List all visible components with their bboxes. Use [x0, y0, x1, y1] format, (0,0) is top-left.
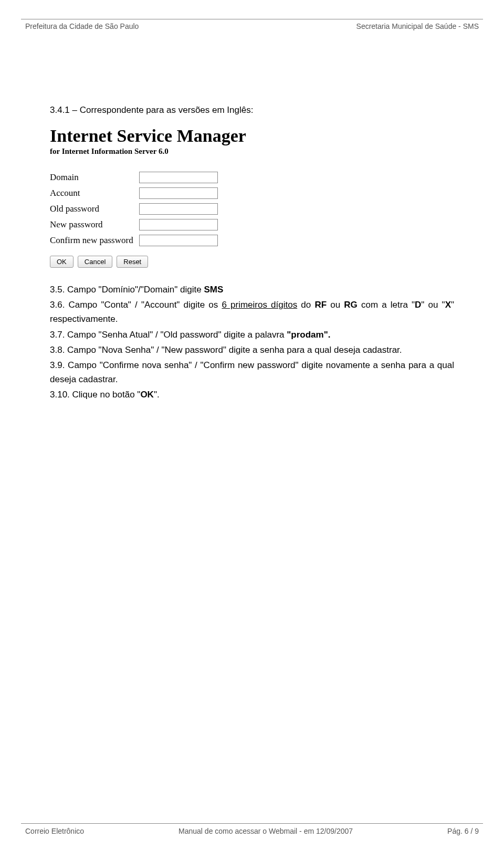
- header-right: Secretaria Municipal de Saúde - SMS: [356, 22, 479, 30]
- text: 3.5. Campo "Domínio"/"Domain" digite: [50, 285, 204, 295]
- ok-button[interactable]: OK: [50, 256, 74, 268]
- text: " ou ": [421, 300, 445, 310]
- row-confirm-password: Confirm new password: [50, 235, 302, 246]
- text-bold: D: [415, 300, 421, 310]
- text-bold: "prodam".: [287, 330, 330, 340]
- row-domain: Domain: [50, 172, 302, 183]
- ism-form-screenshot: Internet Service Manager for Internet In…: [50, 126, 302, 268]
- button-row: OK Cancel Reset: [50, 256, 302, 268]
- label-account: Account: [50, 188, 139, 198]
- instruction-3-8: 3.8. Campo "Nova Senha" / "New password"…: [50, 343, 454, 357]
- page: Prefeitura da Cidade de São Paulo Secret…: [0, 0, 504, 850]
- text: 3.10. Clique no botão ": [50, 390, 140, 400]
- input-domain[interactable]: [139, 172, 218, 183]
- text-bold: RF: [314, 300, 327, 310]
- input-account[interactable]: [139, 187, 218, 199]
- row-account: Account: [50, 187, 302, 199]
- ism-title: Internet Service Manager: [50, 126, 302, 146]
- instruction-3-7: 3.7. Campo "Senha Atual" / "Old password…: [50, 328, 454, 342]
- cancel-button[interactable]: Cancel: [78, 256, 112, 268]
- section-3-4-1-title: 3.4.1 – Correspondente para as versões e…: [50, 105, 454, 116]
- text: ou: [327, 300, 344, 310]
- instructions-block: 3.5. Campo "Domínio"/"Domain" digite SMS…: [50, 282, 454, 402]
- text-underline: 6 primeiros dígitos: [222, 300, 297, 310]
- ism-subtitle: for Internet Information Server 6.0: [50, 147, 302, 156]
- reset-button[interactable]: Reset: [117, 256, 148, 268]
- header-rule: [21, 19, 483, 19]
- instruction-3-5: 3.5. Campo "Domínio"/"Domain" digite SMS: [50, 282, 454, 297]
- text: ".: [154, 390, 160, 400]
- text: 3.6. Campo "Conta" / "Account" digite os: [50, 300, 222, 310]
- footer-right: Pág. 6 / 9: [447, 827, 479, 835]
- text: com a letra ": [358, 300, 415, 310]
- label-new-password: New password: [50, 219, 139, 230]
- label-old-password: Old password: [50, 204, 139, 214]
- page-footer: Correio Eletrônico Manual de como acessa…: [25, 827, 479, 835]
- label-domain: Domain: [50, 172, 139, 183]
- row-old-password: Old password: [50, 203, 302, 215]
- instruction-3-6: 3.6. Campo "Conta" / "Account" digite os…: [50, 298, 454, 326]
- input-confirm-password[interactable]: [139, 235, 218, 246]
- input-new-password[interactable]: [139, 219, 218, 230]
- text-bold: X: [445, 300, 451, 310]
- instruction-3-10: 3.10. Clique no botão "OK".: [50, 387, 454, 402]
- text: do: [297, 300, 314, 310]
- text-bold: RG: [344, 300, 358, 310]
- page-header: Prefeitura da Cidade de São Paulo Secret…: [25, 22, 479, 30]
- text-bold: OK: [140, 390, 154, 400]
- input-old-password[interactable]: [139, 203, 218, 215]
- text-bold: SMS: [204, 285, 223, 295]
- text: 3.7. Campo "Senha Atual" / "Old password…: [50, 330, 287, 340]
- label-confirm-password: Confirm new password: [50, 235, 139, 246]
- footer-center: Manual de como acessar o Webmail - em 12…: [178, 827, 353, 835]
- row-new-password: New password: [50, 219, 302, 230]
- instruction-3-9: 3.9. Campo "Confirme nova senha" / "Conf…: [50, 358, 454, 386]
- footer-left: Correio Eletrônico: [25, 827, 84, 835]
- footer-rule: [21, 823, 483, 824]
- header-left: Prefeitura da Cidade de São Paulo: [25, 22, 139, 30]
- content-area: 3.4.1 – Correspondente para as versões e…: [50, 0, 454, 402]
